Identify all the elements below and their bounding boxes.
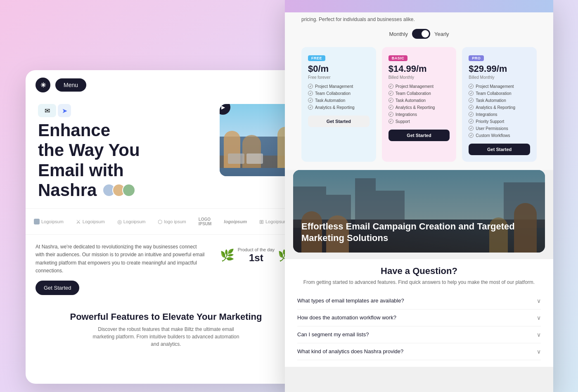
check-icon: ✓ [469, 126, 474, 131]
faq-item-3[interactable]: Can I segment my email lists? ∨ [297, 326, 541, 343]
pod-label: Product of the day [238, 247, 275, 252]
check-icon: ✓ [388, 112, 393, 117]
feature-item: ✓Team Collaboration [308, 91, 370, 96]
features-subtitle: Discover the robust features that make B… [92, 326, 240, 348]
check-icon: ✓ [469, 84, 474, 89]
check-icon: ✓ [308, 84, 313, 89]
pricing-cards: FREE $0/m Free forever ✓Project Manageme… [301, 47, 537, 162]
pricing-card-pro: PRO $29.99/m Billed Monthly ✓Project Man… [462, 47, 537, 162]
check-icon: ✓ [388, 91, 393, 96]
nav-logo: ✳ [36, 78, 50, 92]
email-icon: ✉ [38, 104, 56, 117]
feature-item: ✓Integrations [388, 112, 450, 117]
avatar [122, 184, 135, 197]
plan-badge-basic: BASIC [388, 55, 408, 61]
pricing-section: pricing. Perfect for individuals and bus… [285, 12, 553, 170]
check-icon: ✓ [469, 119, 474, 124]
plan-billing-pro: Billed Monthly [469, 75, 530, 80]
faq-item-4[interactable]: What kind of analytics does Nashra provi… [297, 343, 541, 360]
feature-item: ✓Project Management [469, 84, 530, 89]
logo-item: Logoipsum [34, 219, 64, 224]
pricing-card-basic: BASIC $14.99/m Billed Monthly ✓Project M… [382, 47, 457, 162]
left-card: ✳ Menu ✉ ➤ Enhance the Way You Email wit… [26, 70, 306, 384]
hero-section: ✉ ➤ Enhance the Way You Email with Nashr… [26, 100, 306, 208]
logos-track: Logoipsum ⚔ Logoipsum ◎ Logoipsum ⬡ logo… [26, 214, 306, 229]
faq-question-1: What types of email templates are availa… [297, 298, 404, 304]
menu-button[interactable]: Menu [55, 78, 86, 92]
faq-item-1[interactable]: What types of email templates are availa… [297, 293, 541, 309]
yearly-label: Yearly [434, 31, 449, 37]
nav-bar: ✳ Menu [26, 70, 306, 100]
check-icon: ✓ [388, 84, 393, 89]
feature-item: ✓Task Automation [308, 98, 370, 103]
faq-item-2[interactable]: How does the automation workflow work? ∨ [297, 309, 541, 326]
logos-section: Logoipsum ⚔ Logoipsum ◎ Logoipsum ⬡ logo… [26, 208, 306, 235]
feature-item: ✓Team Collaboration [388, 91, 450, 96]
right-card: pricing. Perfect for individuals and bus… [285, 0, 553, 392]
logo-item: ◎ Logoipsum [117, 219, 146, 225]
feature-item: ✓Task Automation [388, 98, 450, 103]
monthly-label: Monthly [389, 31, 408, 37]
feature-item: ✓Team Collaboration [469, 91, 530, 96]
features-title: Powerful Features to Elevate Your Market… [36, 312, 296, 322]
feature-item: ✓Analytics & Reporting [469, 105, 530, 110]
pricing-intro: pricing. Perfect for individuals and bus… [301, 12, 537, 22]
plan-badge-pro: PRO [469, 55, 484, 61]
pod-badge: 🌿 Product of the day 1st 🌿 [220, 247, 292, 264]
plan-cta-pro[interactable]: Get Started [469, 144, 530, 155]
billing-toggle-switch[interactable] [412, 29, 430, 39]
check-icon: ✓ [469, 98, 474, 103]
logo-star-icon: ✳ [40, 81, 46, 89]
plan-price-basic: $14.99/m [388, 64, 450, 74]
feature-item: ✓Priority Support [469, 119, 530, 124]
logo-item: ⚔ Logoipsum [76, 219, 105, 225]
check-icon: ✓ [308, 105, 313, 110]
logo-item: logoipsum [224, 219, 247, 224]
faq-subtitle: From getting started to advanced feature… [297, 279, 541, 286]
pricing-card-free: FREE $0/m Free forever ✓Project Manageme… [301, 47, 376, 162]
feature-item: ✓User Permissions [469, 126, 530, 131]
check-icon: ✓ [308, 91, 313, 96]
laurel-left-icon: 🌿 [220, 250, 235, 261]
send-icon: ➤ [58, 104, 71, 117]
about-section: At Nashra, we're dedicated to revolution… [26, 235, 306, 303]
features-section: Powerful Features to Elevate Your Market… [26, 303, 306, 354]
plan-price-pro: $29.99/m [469, 64, 530, 74]
pod-rank: 1st [249, 252, 263, 264]
plan-features-basic: ✓Project Management ✓Team Collaboration … [388, 84, 450, 124]
chevron-down-icon: ∨ [537, 298, 541, 304]
plan-badge-free: FREE [308, 55, 325, 61]
feature-item: ✓Custom Workflows [469, 133, 530, 138]
faq-title: Have a Question? [297, 266, 541, 276]
toggle-knob [422, 30, 429, 38]
feature-item: ✓Integrations [469, 112, 530, 117]
get-started-button[interactable]: Get Started [36, 281, 79, 295]
about-text: At Nashra, we're dedicated to revolution… [36, 243, 206, 295]
plan-features-pro: ✓Project Management ✓Team Collaboration … [469, 84, 530, 138]
check-icon: ✓ [469, 105, 474, 110]
faq-question-2: How does the automation workflow work? [297, 314, 396, 321]
chevron-down-icon: ∨ [537, 331, 541, 338]
campaign-section: Effortless Email Campaign Creation and T… [293, 170, 545, 253]
feature-item: ✓Project Management [388, 84, 450, 89]
check-icon: ✓ [469, 112, 474, 117]
check-icon: ✓ [469, 91, 474, 96]
plan-cta-basic[interactable]: Get Started [388, 130, 450, 141]
faq-question-4: What kind of analytics does Nashra provi… [297, 348, 403, 354]
logo-item: ⬡ logo ipsum [158, 219, 186, 225]
avatar-group [102, 184, 135, 197]
check-icon: ✓ [388, 119, 393, 124]
plan-cta-free[interactable]: Get Started [308, 116, 370, 127]
feature-item: ✓Project Management [308, 84, 370, 89]
chevron-down-icon: ∨ [537, 314, 541, 321]
feature-item: ✓Support [388, 119, 450, 124]
chevron-down-icon: ∨ [537, 348, 541, 355]
check-icon: ✓ [469, 133, 474, 138]
billing-toggle: Monthly Yearly [301, 29, 537, 39]
faq-section: Have a Question? From getting started to… [285, 259, 553, 367]
faq-question-3: Can I segment my email lists? [297, 331, 369, 338]
feature-item: ✓Analytics & Reporting [308, 105, 370, 110]
feature-item: ✓Analytics & Reporting [388, 105, 450, 110]
product-of-day: 🌿 Product of the day 1st 🌿 [216, 243, 296, 268]
plan-billing-basic: Billed Monthly [388, 75, 450, 80]
